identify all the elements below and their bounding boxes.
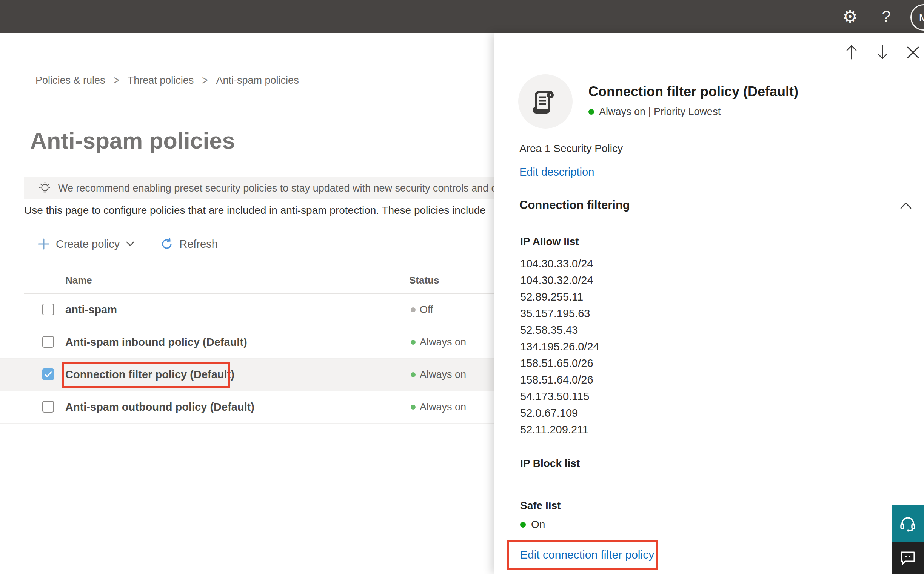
anti-spam-policies-page: ⚙ ? M Policies & rules > Threat policies… bbox=[0, 0, 924, 574]
edit-description-link[interactable]: Edit description bbox=[519, 166, 594, 178]
recommendation-banner: We recommend enabling preset security po… bbox=[24, 177, 507, 199]
feedback-button[interactable] bbox=[892, 542, 924, 574]
create-policy-label: Create policy bbox=[56, 238, 120, 251]
policy-name: Anti-spam outbound policy (Default) bbox=[65, 391, 255, 423]
arrow-up-icon bbox=[844, 44, 859, 60]
top-app-bar: ⚙ ? M bbox=[0, 0, 924, 33]
next-item-button[interactable] bbox=[875, 44, 890, 60]
ip-address: 54.173.50.115 bbox=[520, 388, 600, 405]
headset-icon bbox=[899, 515, 916, 533]
row-checkbox-checked[interactable] bbox=[42, 369, 54, 380]
section-title: Connection filtering bbox=[519, 199, 630, 212]
ip-address: 52.89.255.11 bbox=[520, 289, 600, 305]
ip-allow-list-title: IP Allow list bbox=[520, 236, 579, 248]
ip-address: 104.30.32.0/24 bbox=[520, 272, 600, 289]
chevron-down-icon bbox=[126, 241, 135, 247]
ip-address: 52.0.67.109 bbox=[520, 405, 600, 421]
table-row-outbound-policy[interactable]: Anti-spam outbound policy (Default) Alwa… bbox=[0, 391, 528, 424]
ip-address: 52.58.35.43 bbox=[520, 322, 600, 338]
page-description: Use this page to configure policies that… bbox=[24, 204, 494, 216]
policy-scroll-icon bbox=[518, 74, 573, 129]
breadcrumb-threat-policies[interactable]: Threat policies bbox=[128, 75, 194, 86]
feedback-icon bbox=[899, 550, 916, 566]
status-dot-on bbox=[411, 405, 416, 410]
breadcrumb: Policies & rules > Threat policies > Ant… bbox=[35, 75, 299, 86]
row-checkbox[interactable] bbox=[42, 304, 54, 315]
chevron-up-icon bbox=[899, 201, 912, 210]
breadcrumb-policies-rules[interactable]: Policies & rules bbox=[35, 75, 105, 86]
breadcrumb-anti-spam-policies[interactable]: Anti-spam policies bbox=[216, 75, 299, 86]
plus-icon bbox=[38, 238, 50, 250]
status-label: Off bbox=[420, 304, 433, 316]
connection-filtering-section-header[interactable]: Connection filtering bbox=[494, 199, 924, 215]
table-row-inbound-policy[interactable]: Anti-spam inbound policy (Default) Alway… bbox=[0, 326, 528, 359]
table-header: Name Status bbox=[0, 269, 528, 293]
check-icon bbox=[44, 371, 52, 377]
flyout-status-label: Always on | Priority Lowest bbox=[599, 106, 721, 118]
status-dot-off bbox=[411, 308, 416, 312]
column-header-name[interactable]: Name bbox=[65, 274, 92, 286]
ip-address: 158.51.65.0/26 bbox=[520, 355, 600, 372]
banner-text: We recommend enabling preset security po… bbox=[58, 183, 507, 194]
help-button[interactable]: ? bbox=[871, 0, 901, 33]
column-header-status[interactable]: Status bbox=[409, 274, 439, 286]
ip-allow-list: 104.30.33.0/24 104.30.32.0/24 52.89.255.… bbox=[520, 255, 600, 438]
status-dot-on bbox=[411, 372, 416, 377]
policy-name: Connection filter policy (Default) bbox=[65, 359, 234, 391]
status-dot-on bbox=[411, 340, 416, 345]
previous-item-button[interactable] bbox=[844, 44, 859, 60]
refresh-button[interactable]: Refresh bbox=[158, 235, 220, 254]
page-title: Anti-spam policies bbox=[30, 128, 235, 154]
ip-block-list-title: IP Block list bbox=[520, 457, 580, 470]
refresh-icon bbox=[160, 238, 173, 251]
ip-address: 134.195.26.0/24 bbox=[520, 338, 600, 355]
edit-connection-filter-policy-link[interactable]: Edit connection filter policy bbox=[520, 548, 654, 561]
status-label: Always on bbox=[420, 369, 466, 380]
status-dot-on bbox=[520, 522, 526, 528]
command-bar: Create policy Refresh bbox=[35, 235, 220, 254]
policy-details-flyout: Connection filter policy (Default) Alway… bbox=[494, 33, 924, 574]
safe-list-status: On bbox=[520, 517, 545, 532]
ip-address: 52.11.209.211 bbox=[520, 421, 600, 438]
status-dot-on bbox=[589, 109, 594, 115]
create-policy-button[interactable]: Create policy bbox=[35, 235, 137, 254]
flyout-title: Connection filter policy (Default) bbox=[589, 84, 798, 99]
status-label: Always on bbox=[420, 336, 466, 348]
support-button[interactable] bbox=[892, 505, 924, 542]
settings-button[interactable]: ⚙ bbox=[835, 0, 865, 33]
chevron-right-icon: > bbox=[114, 73, 119, 88]
safe-list-status-label: On bbox=[531, 519, 545, 531]
status-label: Always on bbox=[420, 401, 466, 413]
policy-name: anti-spam bbox=[65, 294, 117, 326]
safe-list-title: Safe list bbox=[520, 500, 560, 512]
avatar[interactable]: M bbox=[910, 4, 924, 30]
row-checkbox[interactable] bbox=[42, 336, 54, 348]
chevron-right-icon: > bbox=[202, 73, 207, 88]
close-button[interactable] bbox=[906, 45, 920, 60]
flyout-status: Always on | Priority Lowest bbox=[589, 106, 721, 118]
gear-icon: ⚙ bbox=[842, 8, 858, 25]
divider bbox=[520, 189, 913, 189]
close-icon bbox=[906, 45, 920, 60]
table-row-connection-filter-policy[interactable]: Connection filter policy (Default) Alway… bbox=[0, 359, 528, 391]
policy-name: Anti-spam inbound policy (Default) bbox=[65, 326, 247, 358]
refresh-label: Refresh bbox=[179, 238, 218, 251]
help-icon: ? bbox=[882, 9, 891, 25]
table-row-anti-spam[interactable]: anti-spam Off bbox=[0, 294, 528, 326]
arrow-down-icon bbox=[875, 44, 890, 60]
lightbulb-icon bbox=[38, 181, 51, 196]
policy-description: Area 1 Security Policy bbox=[519, 143, 623, 155]
ip-address: 158.51.64.0/26 bbox=[520, 372, 600, 388]
ip-address: 104.30.33.0/24 bbox=[520, 255, 600, 272]
ip-address: 35.157.195.63 bbox=[520, 305, 600, 322]
row-checkbox[interactable] bbox=[42, 401, 54, 413]
